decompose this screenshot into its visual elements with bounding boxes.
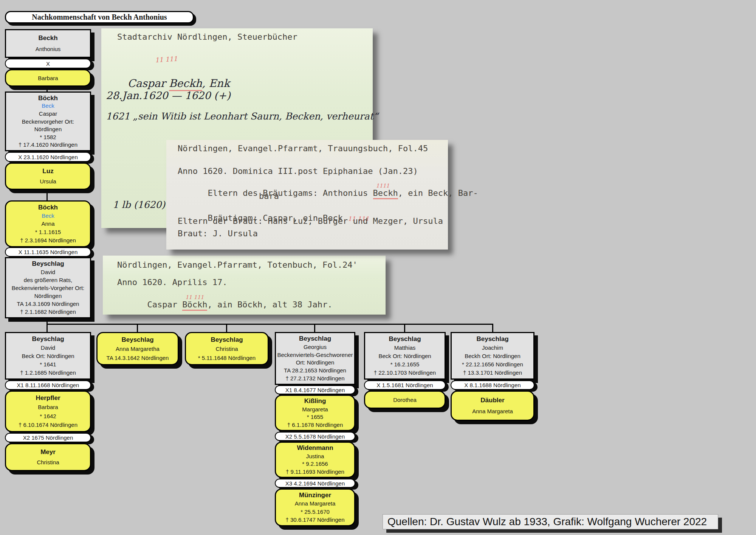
- person-box-beyschlag-christina[interactable]: Beyschlag Christina * 5.11.1648 Nördling…: [185, 332, 269, 365]
- person-surname: Beyschlag: [476, 335, 508, 343]
- person-surname: Däubler: [480, 397, 504, 404]
- person-given-name: Barbara: [38, 403, 58, 411]
- person-alias: Beck: [42, 102, 54, 109]
- person-given-name: Justina: [306, 453, 324, 460]
- handwritten-dates: 28.Jan.1620 — 1620 (+): [106, 90, 231, 101]
- person-given-name: Matthias: [394, 344, 416, 351]
- person-birth: * 1655: [307, 413, 323, 420]
- person-box-beyschlag-david[interactable]: Beyschlag David Beck Ort: Nördlingen * 1…: [5, 332, 91, 380]
- marriage-pill[interactable]: X 23.1.1620 Nördlingen: [5, 152, 91, 162]
- person-given-name: Anna Margareta: [472, 408, 513, 415]
- person-surname: Meyr: [40, 448, 56, 456]
- person-given-name: Georgius: [304, 343, 327, 350]
- document-line: Eltern des Bräutigams: Anthonius Beckh11…: [178, 179, 478, 207]
- marriage-pill[interactable]: X2 1675 Nördlingen: [5, 433, 91, 442]
- person-box-beyschlag-david-sr[interactable]: Beyschlag David des größeren Rats, Becke…: [5, 257, 91, 318]
- connector-line: [404, 324, 405, 332]
- person-given-name: Anna: [41, 220, 54, 227]
- person-birth: * 25.5.1670: [301, 508, 330, 515]
- person-surname: Beyschlag: [32, 260, 64, 268]
- person-given-name: Anna Margareta: [295, 500, 336, 507]
- person-death: † 9.11.1693 Nördlingen: [286, 468, 344, 475]
- document-text: Beckh: [373, 188, 398, 198]
- underlined-name: Beckh1111: [373, 188, 398, 199]
- person-birth: TA 14.3.1642 Nördlingen: [107, 354, 169, 361]
- person-given-name: David: [41, 344, 55, 351]
- document-line: Braut: J. Ursula: [178, 229, 258, 238]
- person-surname: Kißling: [304, 397, 326, 405]
- marriage-pill[interactable]: X: [5, 59, 91, 68]
- person-box-widenmann-justina[interactable]: Widenmann Justina * 9.2.1656 † 9.11.1693…: [275, 442, 355, 478]
- person-surname: Münzinger: [299, 492, 331, 499]
- person-surname: Beyschlag: [32, 335, 64, 343]
- marriage-pill[interactable]: X 11.1.1635 Nördlingen: [5, 247, 91, 257]
- person-box-beyschlag-anna-margaretha[interactable]: Beyschlag Anna Margaretha TA 14.3.1642 N…: [96, 332, 179, 365]
- handwriting-text: , Enk: [202, 77, 230, 90]
- marriage-pill[interactable]: X2 5.5.1678 Nördlingen: [275, 432, 355, 441]
- person-given-name: Christina: [37, 459, 59, 466]
- person-surname: Beyschlag: [211, 336, 243, 344]
- marriage-pill[interactable]: X3 4.2.1694 Nördlingen: [275, 479, 355, 488]
- person-box-boeckh-anna[interactable]: Böckh Beck Anna * 1.1.1615 † 2.3.1694 Nö…: [5, 200, 91, 247]
- marriage-label: X1 8.11.1668 Nördlingen: [17, 382, 79, 388]
- person-surname: Widenmann: [297, 444, 333, 452]
- person-birth: TA 14.3.1609 Nördlingen: [17, 300, 79, 307]
- marriage-label: X: [46, 60, 50, 67]
- person-occupation: Beckenviertels-Geschworener: [277, 351, 353, 358]
- person-birth: * 1641: [40, 361, 56, 368]
- person-death: † 27.2.1732 Nördlingen: [286, 375, 345, 382]
- connector-line: [46, 318, 48, 332]
- person-box-beyschlag-georgius[interactable]: Beyschlag Georgius Beckenviertels-Geschw…: [275, 332, 355, 385]
- document-trauungsbuch: Nördlingen, Evangel.Pfarramt, Trauungsbu…: [166, 140, 448, 250]
- person-surname: Böckh: [38, 95, 58, 102]
- person-surname: Beyschlag: [389, 335, 421, 343]
- person-occupation: Beck Ort: Nördlingen: [22, 352, 74, 360]
- person-surname: Beyschlag: [121, 336, 153, 344]
- person-box-kissling-margareta[interactable]: Kißling Margareta * 1655 † 6.1.1678 Nörd…: [275, 395, 355, 431]
- document-line: bara: [259, 191, 279, 201]
- person-birth: * 16.2.1655: [390, 361, 420, 368]
- person-given-name: Caspar: [39, 110, 57, 117]
- person-given-name: Margareta: [302, 406, 328, 413]
- handwritten-note: 1621 „sein Witib ist Leonhart Saurn, Bec…: [106, 111, 378, 122]
- person-death: † 6.1.1678 Nördlingen: [287, 421, 343, 428]
- marriage-label: X 23.1.1620 Nördlingen: [18, 154, 78, 160]
- marriage-label: X1 8.4.1677 Nördlingen: [285, 387, 345, 393]
- person-given-name: Joachim: [482, 344, 503, 351]
- person-box-luz-ursula[interactable]: Luz Ursula: [5, 163, 91, 190]
- person-box-daeubler-anna-margareta[interactable]: Däubler Anna Margareta: [451, 391, 534, 421]
- person-box-beyschlag-matthias[interactable]: Beyschlag Matthias Beck Ort: Nördlingen …: [364, 332, 446, 380]
- document-text: Böckh: [182, 300, 207, 309]
- marriage-label: X2 1675 Nördlingen: [23, 434, 73, 441]
- person-box-barbara[interactable]: Barbara: [5, 69, 91, 87]
- person-given-name: Anthonius: [36, 45, 61, 53]
- person-occupation: Beckenvorgeher Ort:: [22, 118, 74, 125]
- marriage-label: X2 5.5.1678 Nördlingen: [285, 433, 345, 440]
- marriage-pill[interactable]: X1 8.11.1668 Nördlingen: [5, 380, 91, 390]
- document-line: Caspar Böckh11 111, ain Böckh, alt 38 Ja…: [117, 290, 333, 319]
- marriage-pill[interactable]: X 8.1.1688 Nördlingen: [451, 380, 534, 390]
- document-line: Anno 1620. Aprilis 17.: [117, 278, 227, 287]
- person-box-boeckh-caspar[interactable]: Böckh Beck Caspar Beckenvorgeher Ort: Nö…: [5, 91, 91, 151]
- person-box-beyschlag-joachim[interactable]: Beyschlag Joachim Beckh Ort: Nördlingen …: [451, 332, 534, 380]
- marriage-pill[interactable]: X1 8.4.1677 Nördlingen: [275, 385, 355, 394]
- person-box-dorothea[interactable]: Dorothea: [364, 391, 446, 409]
- underlined-name: Böckh11 111: [182, 300, 207, 311]
- person-box-beckh-anthonius[interactable]: Beckh Anthonius: [5, 29, 91, 58]
- person-surname: Luz: [42, 167, 53, 175]
- person-box-herpfler-barbara[interactable]: Herpfler Barbara * 1642 † 6.10.1674 Nörd…: [5, 391, 91, 432]
- person-surname: Beyschlag: [299, 335, 331, 343]
- document-totenbuch: Nördlingen, Evangel.Pfarramt, Totenbuch,…: [103, 256, 386, 315]
- connector-line: [492, 324, 493, 332]
- document-title: Nördlingen, Evangel.Pfarramt, Trauungsbu…: [178, 144, 428, 153]
- person-box-muenzinger-anna-margareta[interactable]: Münzinger Anna Margareta * 25.5.1670 † 3…: [275, 488, 355, 526]
- connector-line: [46, 190, 48, 200]
- connector-line: [137, 324, 138, 332]
- marriage-pill[interactable]: X 1.5.1681 Nördlingen: [364, 380, 446, 390]
- source-note: Quellen: Dr. Gustav Wulz ab 1933, Grafik…: [387, 516, 707, 528]
- connector-line: [314, 324, 315, 332]
- document-text: , ein Beck, Bar-: [398, 188, 478, 198]
- person-box-meyr-christina[interactable]: Meyr Christina: [5, 443, 91, 471]
- person-death: † 2.1.1682 Nördlingen: [20, 308, 76, 315]
- underlined-name: Beckh: [169, 77, 202, 91]
